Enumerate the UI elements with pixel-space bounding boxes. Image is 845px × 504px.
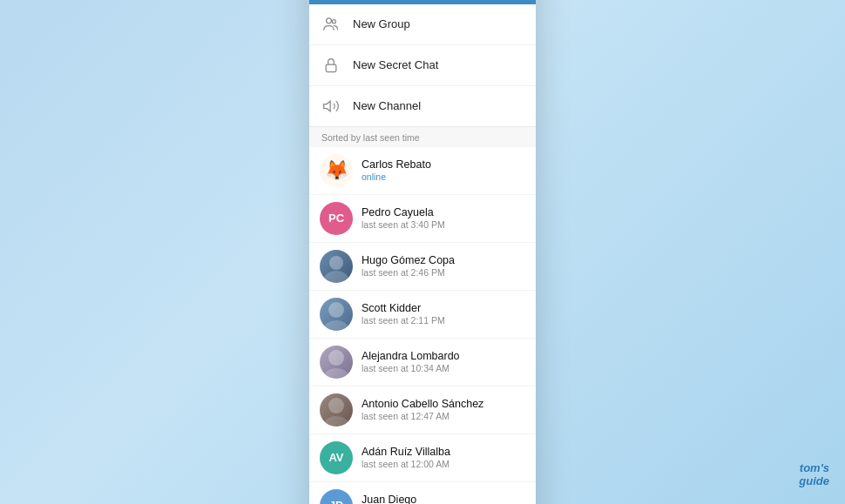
svg-point-5 [327,17,332,23]
contact-status: last seen at 12:00 AM [362,459,525,469]
contact-info: Scott Kidder last seen at 2:11 PM [362,302,525,326]
contact-status: last seen at 10:34 AM [362,363,525,373]
contact-name: Hugo Gómez Copa [362,254,525,266]
new-group-item[interactable]: New Group [309,4,536,45]
contact-item[interactable]: PC Pedro Cayuela last seen at 3:40 PM [309,195,536,243]
contact-status: online [362,171,525,182]
contact-item[interactable]: JD Juan Diego last seen Mar 10 at 6:08 P… [309,482,536,505]
svg-marker-8 [324,101,331,111]
svg-point-15 [328,398,344,413]
avatar [320,393,353,427]
contact-item[interactable]: 🦊 Carlos Rebato online [309,147,536,195]
contact-info: Adán Ruíz Villalba last seen at 12:00 AM [362,446,525,469]
contact-info: Alejandra Lombardo last seen at 10:34 AM [362,350,525,373]
new-channel-label: New Channel [353,99,421,112]
contact-info: Antonio Cabello Sánchez last seen at 12:… [362,398,525,421]
contact-info: Hugo Gómez Copa last seen at 2:46 PM [362,254,525,278]
brand-sub: guide [799,474,829,487]
megaphone-icon [321,97,341,116]
contact-status: last seen at 2:11 PM [362,315,525,326]
contact-item[interactable]: Hugo Gómez Copa last seen at 2:46 PM [309,243,536,291]
svg-rect-7 [326,64,336,71]
new-group-label: New Group [353,17,410,30]
contact-item[interactable]: Alejandra Lombardo last seen at 10:34 AM [309,339,536,386]
contact-status: last seen at 2:46 PM [362,267,525,278]
avatar-initials: PC [328,212,344,225]
sort-label: Sorted by last seen time [309,127,536,147]
svg-point-11 [328,302,344,318]
contact-info: Juan Diego last seen Mar 10 at 6:08 PM [362,494,525,504]
svg-point-6 [332,19,335,23]
contact-name: Pedro Cayuela [362,206,525,218]
avatar-emoji: 🦊 [325,159,348,182]
contact-item[interactable]: Scott Kidder last seen at 2:11 PM [309,291,536,339]
menu-section: New Group New Secret Chat New Channel [309,4,536,127]
new-channel-item[interactable]: New Channel [309,86,536,126]
contact-name: Adán Ruíz Villalba [362,446,525,458]
avatar: JD [320,489,353,505]
phone-frame: 4:11 PM ▪▪▪ ✦ ▌▌▌ 4G ← New Message [309,0,536,504]
contact-name: Juan Diego [362,494,525,504]
svg-point-9 [329,256,343,270]
contact-name: Antonio Cabello Sánchez [362,398,525,410]
svg-point-14 [324,368,348,379]
avatar-initials: JD [329,499,344,504]
contact-name: Carlos Rebato [362,158,525,171]
svg-point-16 [324,416,348,427]
brand-watermark: tom's guide [799,461,829,488]
new-secret-chat-label: New Secret Chat [353,58,438,71]
svg-point-13 [328,350,344,366]
contacts-list: 🦊 Carlos Rebato online PC Pedro Cayuela … [309,147,536,505]
contact-name: Alejandra Lombardo [362,350,525,362]
group-icon [321,15,341,34]
contact-info: Pedro Cayuela last seen at 3:40 PM [362,206,525,230]
svg-point-12 [324,320,348,331]
avatar: 🦊 [320,154,353,187]
avatar [320,250,353,283]
new-secret-chat-item[interactable]: New Secret Chat [309,45,536,86]
svg-point-10 [324,271,348,283]
brand-name: tom's [800,461,829,474]
avatar [320,298,353,331]
avatar: AV [320,441,353,474]
contact-info: Carlos Rebato online [362,158,525,182]
contact-name: Scott Kidder [362,302,525,314]
avatar-initials: AV [328,451,343,464]
avatar: PC [320,202,353,235]
lock-icon [321,56,341,75]
avatar [320,346,353,379]
contact-item[interactable]: Antonio Cabello Sánchez last seen at 12:… [309,386,536,434]
contact-item[interactable]: AV Adán Ruíz Villalba last seen at 12:00… [309,434,536,482]
contact-status: last seen at 3:40 PM [362,219,525,230]
contact-status: last seen at 12:47 AM [362,411,525,421]
